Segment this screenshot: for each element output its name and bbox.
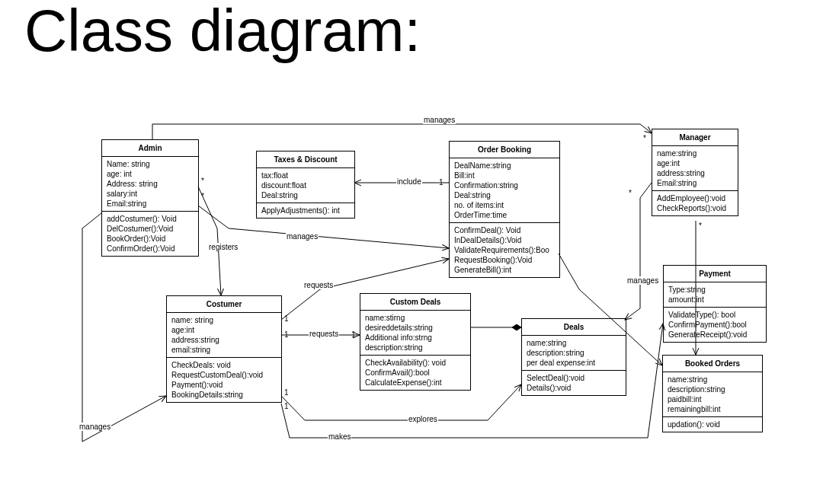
class-costumer-ops: CheckDeals: void RequestCustomDeal():voi…	[167, 358, 281, 402]
mult-cost-one-c: 1	[284, 388, 289, 397]
class-taxes-attrs: tax:float discount:float Deal:string	[257, 168, 354, 203]
class-manager: Manager name:string age:int address:stri…	[652, 129, 738, 216]
class-costumer-attrs: name: string age:int address:string emai…	[167, 313, 281, 358]
rel-manages-right: manages	[626, 276, 659, 285]
mult-manager-star2: *	[699, 222, 702, 230]
class-admin: Admin Name: string age: int Address: str…	[101, 139, 199, 257]
rel-manages-mid: manages	[286, 232, 319, 241]
rel-include: include	[396, 177, 422, 186]
class-custom: Custom Deals name:stirng desireddetails:…	[360, 293, 471, 391]
mult-admin-star-top: *	[201, 177, 204, 185]
rel-manages-left: manages	[78, 423, 111, 431]
class-order-attrs: DealName:string Bill:int Confirmation:st…	[450, 158, 559, 223]
class-booked-attrs: name:string description:string paidbill:…	[663, 372, 762, 417]
rel-manages-top: manages	[423, 116, 456, 124]
class-order: Order Booking DealName:string Bill:int C…	[449, 141, 560, 278]
class-payment-ops: ValidateType(): bool ConfirmPayment():bo…	[664, 308, 766, 342]
class-admin-name: Admin	[102, 140, 198, 157]
class-taxes-ops: ApplyAdjustments(): int	[257, 203, 354, 218]
rel-requests-mid: requests	[309, 330, 339, 338]
class-payment-name: Payment	[664, 266, 766, 282]
class-deals-name: Deals	[522, 319, 626, 336]
class-manager-ops: AddEmployee():void CheckReports():void	[652, 191, 738, 215]
rel-makes: makes	[328, 432, 351, 441]
class-payment-attrs: Type:string amount:int	[664, 282, 766, 308]
class-deals-ops: SelectDeal():void Details():void	[522, 371, 626, 395]
class-order-name: Order Booking	[450, 142, 559, 158]
class-booked-ops: updation(): void	[663, 417, 762, 432]
class-payment: Payment Type:string amount:int ValidateT…	[663, 265, 767, 343]
mult-custom-one: 1	[351, 330, 356, 339]
class-admin-ops: addCostumer(): Void DelCostumer():Void B…	[102, 212, 198, 256]
class-costumer-name: Costumer	[167, 296, 281, 313]
class-manager-attrs: name:string age:int address:string Email…	[652, 146, 738, 191]
mult-admin-star-mid: *	[201, 192, 204, 200]
class-taxes: Taxes & Discount tax:float discount:floa…	[256, 151, 355, 219]
class-custom-ops: CheckAvailability(): void ConfirmAvail()…	[360, 356, 470, 390]
class-deals-attrs: name:string description:string per deal …	[522, 336, 626, 371]
mult-manager-star: *	[643, 134, 646, 142]
class-deals: Deals name:string description:string per…	[521, 318, 626, 396]
class-costumer: Costumer name: string age:int address:st…	[166, 295, 282, 403]
mult-cost-one-d: 1	[284, 402, 289, 410]
class-order-ops: ConfirmDeal(): Void InDealDetails():Void…	[450, 223, 559, 277]
rel-registers: registers	[208, 243, 239, 251]
page-title: Class diagram:	[24, 0, 421, 65]
class-manager-name: Manager	[652, 129, 738, 146]
mult-deals-star: *	[629, 189, 632, 197]
mult-cost-one-b: 1	[284, 330, 289, 339]
class-taxes-name: Taxes & Discount	[257, 152, 354, 168]
class-admin-attrs: Name: string age: int Address: string sa…	[102, 157, 198, 212]
class-booked: Booked Orders name:string description:st…	[662, 355, 763, 432]
mult-order-one: 1	[439, 178, 444, 187]
rel-explores: explores	[408, 415, 438, 423]
class-custom-name: Custom Deals	[360, 294, 470, 311]
rel-requests-up: requests	[303, 281, 334, 289]
mult-cost-one-a: 1	[284, 314, 289, 323]
class-custom-attrs: name:stirng desireddetails:string Additi…	[360, 311, 470, 356]
class-booked-name: Booked Orders	[663, 356, 762, 372]
